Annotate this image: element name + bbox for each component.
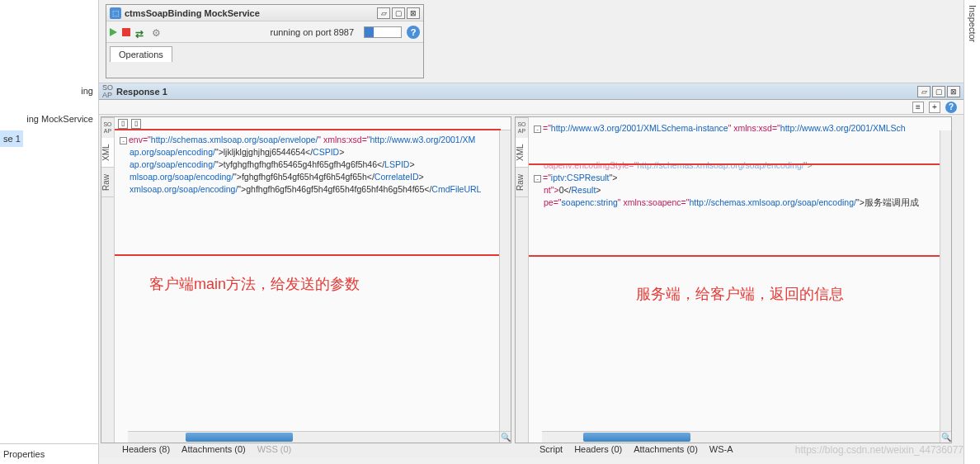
window-title: ctmsSoapBinding MockService: [125, 8, 377, 18]
watermark: https://blog.csdn.net/weixin_44736077: [795, 444, 964, 456]
request-pane: SO AP XML Raw ▯ ▯ -env="http://schemas.x…: [101, 116, 511, 443]
tab-soap[interactable]: SO AP: [516, 117, 528, 138]
response-toolbar: ≡ + ?: [99, 100, 964, 115]
help-icon[interactable]: ?: [945, 102, 957, 113]
tab-headers[interactable]: Headers (8): [122, 444, 170, 454]
maximize-button[interactable]: ▢: [932, 86, 945, 97]
tool-button[interactable]: ▯: [118, 119, 128, 129]
gear-icon[interactable]: ⚙: [152, 27, 162, 37]
response-titlebar: SOAP Response 1 ▱ ▢ ⊠: [99, 83, 964, 100]
tab-headers[interactable]: Headers (0): [574, 444, 622, 454]
zoom-icon[interactable]: 🔍: [940, 431, 951, 443]
status-text: running on port 8987: [167, 27, 359, 37]
request-editor[interactable]: ▯ ▯ -env="http://schemas.xmlsoap.org/soa…: [115, 117, 511, 443]
window-icon: ⬚: [110, 7, 121, 19]
tab-attachments[interactable]: Attachments (0): [634, 444, 698, 454]
toolbar: ⇄ ⚙ running on port 8987 ?: [106, 21, 423, 43]
loop-icon[interactable]: ⇄: [135, 28, 147, 36]
properties-label[interactable]: Properties: [0, 443, 98, 464]
bottom-tabs-right: Script Headers (0) Attachments (0) WS-A: [539, 440, 733, 458]
sidebar-item[interactable]: ing: [0, 83, 98, 99]
tab-xml[interactable]: XML: [516, 138, 528, 168]
sidebar-item[interactable]: ing MockService: [0, 111, 98, 127]
validate-button[interactable]: ≡: [912, 102, 924, 113]
tab-xml[interactable]: XML: [101, 138, 114, 168]
maximize-button[interactable]: ▢: [392, 7, 405, 19]
tab-raw[interactable]: Raw: [101, 168, 114, 197]
close-button[interactable]: ⊠: [407, 7, 420, 19]
response-icon: SOAP: [102, 84, 113, 99]
inspector-panel[interactable]: Inspector: [964, 0, 980, 464]
progress-bar: [364, 26, 402, 38]
inspector-label: Inspector: [968, 5, 978, 42]
help-icon[interactable]: ?: [407, 26, 420, 39]
response-pane: SO AP XML Raw -="http://www.w3.org/2001/…: [515, 116, 952, 443]
response-editor[interactable]: -="http://www.w3.org/2001/XMLSchema-inst…: [529, 117, 951, 443]
editor-toolbar: ▯ ▯: [115, 117, 511, 130]
left-sidebar: ing ing MockService se 1 Properties: [0, 0, 99, 464]
bottom-tabs-left: Headers (8) Attachments (0) WSS (0): [122, 440, 291, 458]
close-button[interactable]: ⊠: [947, 86, 960, 97]
tab-raw[interactable]: Raw: [516, 168, 528, 197]
vertical-scrollbar[interactable]: [499, 130, 511, 431]
annotation-text: 客户端main方法，给发送的参数: [149, 274, 360, 294]
tab-wss[interactable]: WSS (0): [257, 444, 292, 454]
tool-button[interactable]: ▯: [131, 119, 141, 129]
zoom-icon[interactable]: 🔍: [499, 431, 511, 443]
vertical-tabs: SO AP XML Raw: [101, 117, 115, 443]
tab-script[interactable]: Script: [539, 444, 563, 454]
vertical-tabs: SO AP XML Raw: [516, 117, 529, 443]
tab-soap[interactable]: SO AP: [101, 117, 114, 138]
play-icon[interactable]: [110, 28, 117, 36]
vertical-scrollbar[interactable]: [940, 130, 951, 431]
titlebar: ⬚ ctmsSoapBinding MockService ▱ ▢ ⊠: [106, 5, 423, 21]
tab-attachments[interactable]: Attachments (0): [181, 444, 246, 454]
mock-service-window: ⬚ ctmsSoapBinding MockService ▱ ▢ ⊠ ⇄ ⚙ …: [106, 4, 424, 78]
code-content: -="http://www.w3.org/2001/XMLSchema-inst…: [529, 117, 951, 212]
annotation-text: 服务端，给客户端，返回的信息: [636, 284, 844, 304]
code-content: -env="http://schemas.xmlsoap.org/soap/en…: [115, 130, 511, 199]
response-title: Response 1: [116, 87, 917, 97]
detach-button[interactable]: ▱: [377, 7, 390, 19]
stop-icon[interactable]: [122, 28, 130, 36]
tab-operations[interactable]: Operations: [110, 46, 172, 62]
response-window: SOAP Response 1 ▱ ▢ ⊠ ≡ + ? SO AP XML Ra…: [99, 83, 964, 458]
sidebar-item-selected[interactable]: se 1: [0, 130, 23, 147]
detach-button[interactable]: ▱: [917, 86, 931, 97]
add-button[interactable]: +: [929, 102, 940, 113]
tab-wsa[interactable]: WS-A: [709, 444, 733, 454]
